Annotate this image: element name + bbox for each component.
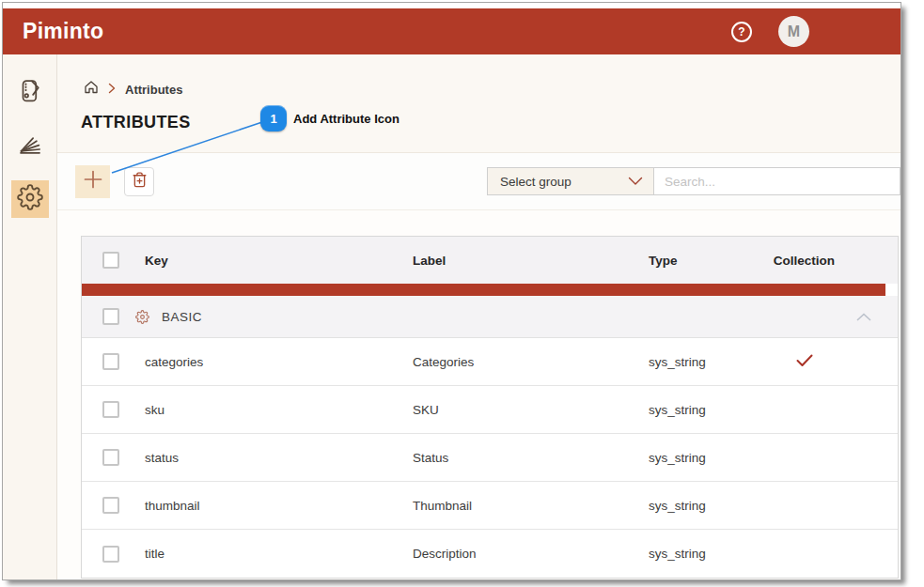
table-row[interactable]: thumbnail Thumbnail sys_string bbox=[82, 482, 898, 530]
group-select-value: Select group bbox=[500, 175, 572, 189]
row-checkbox[interactable] bbox=[102, 353, 119, 370]
page-head: Attributes ATTRIBUTES bbox=[57, 54, 901, 153]
table-row[interactable]: categories Categories sys_string bbox=[82, 338, 898, 386]
column-header-collection[interactable]: Collection bbox=[773, 254, 898, 268]
sidebar-item-catalog[interactable] bbox=[11, 75, 49, 113]
plus-icon bbox=[83, 169, 103, 193]
row-checkbox[interactable] bbox=[102, 546, 119, 563]
app-window: Piminto ? M bbox=[2, 2, 901, 580]
column-header-label[interactable]: Label bbox=[410, 254, 646, 268]
avatar-initial: M bbox=[788, 23, 800, 40]
chevron-down-icon bbox=[628, 175, 643, 189]
progress-track bbox=[82, 284, 898, 296]
sidebar-item-settings[interactable] bbox=[11, 180, 49, 218]
column-header-type[interactable]: Type bbox=[646, 254, 773, 268]
cell-label: Description bbox=[410, 547, 646, 561]
attributes-table-section: Key Label Type Collection bbox=[57, 210, 901, 579]
breadcrumb-separator-icon bbox=[107, 81, 117, 98]
cell-key: categories bbox=[142, 355, 410, 369]
cell-label: Status bbox=[410, 451, 646, 465]
cell-label: Thumbnail bbox=[410, 499, 646, 513]
row-checkbox[interactable] bbox=[102, 497, 119, 514]
group-label: BASIC bbox=[162, 310, 202, 324]
cell-type: sys_string bbox=[646, 547, 773, 561]
column-header-key[interactable]: Key bbox=[142, 254, 410, 268]
sidebar bbox=[3, 54, 57, 580]
cell-type: sys_string bbox=[646, 451, 773, 465]
row-checkbox[interactable] bbox=[102, 449, 119, 466]
app-logo: Piminto bbox=[23, 19, 103, 44]
question-mark-icon: ? bbox=[738, 25, 744, 39]
table-row[interactable]: title Description sys_string bbox=[82, 530, 898, 578]
group-checkbox[interactable] bbox=[102, 308, 119, 325]
progress-bar bbox=[82, 284, 885, 296]
group-select[interactable]: Select group bbox=[487, 167, 654, 195]
add-attribute-button[interactable] bbox=[75, 165, 110, 198]
home-icon[interactable] bbox=[84, 80, 99, 99]
annotation-step-number: 1 bbox=[270, 112, 276, 126]
cell-key: status bbox=[142, 451, 410, 465]
collapse-group-icon[interactable] bbox=[856, 313, 871, 321]
cell-type: sys_string bbox=[646, 499, 773, 513]
cell-type: sys_string bbox=[646, 355, 773, 369]
toolbar-filters: Select group bbox=[487, 167, 901, 195]
breadcrumb: Attributes bbox=[84, 80, 901, 99]
annotation-step-badge: 1 bbox=[260, 105, 287, 131]
gear-icon bbox=[17, 184, 43, 214]
page-title: ATTRIBUTES bbox=[81, 113, 901, 132]
row-checkbox[interactable] bbox=[102, 401, 119, 418]
breadcrumb-current[interactable]: Attributes bbox=[125, 83, 182, 97]
search-input[interactable] bbox=[653, 167, 901, 195]
cell-label: SKU bbox=[410, 403, 646, 417]
table-header-row: Key Label Type Collection bbox=[82, 237, 898, 284]
collection-check-icon bbox=[795, 353, 814, 371]
select-all-checkbox[interactable] bbox=[102, 252, 119, 269]
cell-key: sku bbox=[142, 403, 410, 417]
app-header: Piminto ? M bbox=[3, 8, 901, 54]
sidebar-item-assets[interactable] bbox=[11, 128, 49, 165]
stack-icon bbox=[16, 131, 44, 162]
annotation-label: Add Attribute Icon bbox=[293, 112, 399, 126]
cell-key: thumbnail bbox=[142, 499, 410, 513]
header-actions: ? M bbox=[731, 16, 809, 47]
group-row-basic[interactable]: BASIC bbox=[82, 296, 898, 338]
help-button[interactable]: ? bbox=[731, 22, 752, 42]
cell-label: Categories bbox=[410, 355, 646, 369]
cell-type: sys_string bbox=[646, 403, 773, 417]
book-icon bbox=[16, 78, 44, 110]
delete-attribute-button[interactable] bbox=[124, 167, 154, 196]
avatar[interactable]: M bbox=[778, 16, 809, 47]
table-row[interactable]: status Status sys_string bbox=[82, 434, 898, 482]
trash-icon bbox=[131, 171, 149, 193]
toolbar: Select group bbox=[57, 153, 901, 210]
attributes-table: Key Label Type Collection bbox=[81, 236, 899, 579]
cell-key: title bbox=[142, 547, 410, 561]
main-content: Attributes ATTRIBUTES bbox=[57, 54, 901, 580]
table-row[interactable]: sku SKU sys_string bbox=[82, 386, 898, 434]
group-gear-icon bbox=[135, 310, 149, 324]
